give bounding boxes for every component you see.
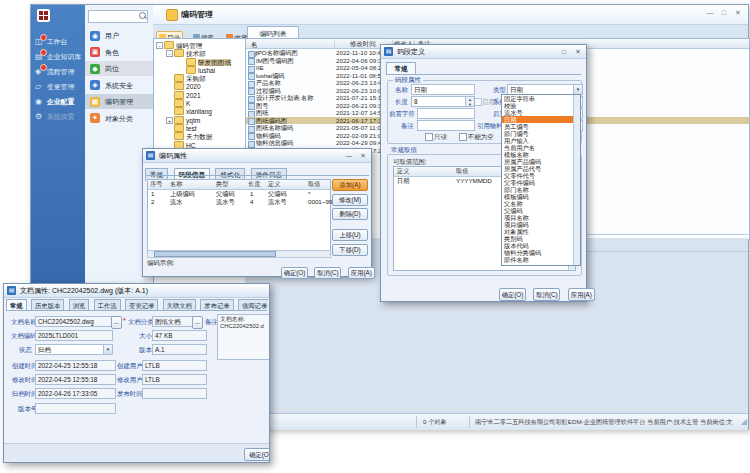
- tree-node[interactable]: lushai: [154, 66, 246, 74]
- doc-version-field[interactable]: A.1: [152, 344, 207, 355]
- dropdown-option[interactable]: 部门编号: [502, 130, 574, 137]
- dropdown-option[interactable]: 所属产品代号: [502, 165, 574, 172]
- segment-action-button[interactable]: 上移(U): [332, 229, 368, 241]
- resize-grip[interactable]: ◢: [741, 417, 747, 427]
- search-icon[interactable]: [139, 12, 146, 19]
- tree-expander-icon[interactable]: [178, 66, 185, 73]
- dropdown-option[interactable]: 流水号: [502, 109, 574, 116]
- dropdown-option[interactable]: 对象属性: [502, 228, 574, 235]
- tree-expander-icon[interactable]: [166, 74, 173, 81]
- notempty-checkbox[interactable]: [459, 133, 467, 141]
- prefix-input[interactable]: [417, 108, 475, 119]
- tree-node[interactable]: yqtm: [154, 116, 246, 124]
- minimize-icon[interactable]: —: [343, 151, 355, 160]
- dropdown-scrollbar[interactable]: [573, 95, 580, 265]
- horizontal-scrollbar[interactable]: [147, 250, 331, 258]
- tree-node[interactable]: 2021: [154, 91, 246, 99]
- dialog-button[interactable]: 取消(C): [533, 288, 560, 301]
- chevron-down-icon[interactable]: ▼: [103, 345, 112, 354]
- tree-expander-icon[interactable]: [156, 42, 163, 49]
- dialog-button[interactable]: 确定(O): [281, 267, 308, 279]
- window-close-button[interactable]: ✕: [732, 8, 744, 18]
- dropdown-option[interactable]: 父零件编码: [502, 179, 574, 186]
- dialog-titlebar[interactable]: ▤ 编码属性 — ✕: [143, 149, 371, 163]
- tree-expander-icon[interactable]: [166, 99, 173, 106]
- tree-node[interactable]: 技术部: [154, 49, 246, 57]
- browse-button[interactable]: ...: [111, 316, 122, 329]
- doc-class-field[interactable]: 图纸文档: [152, 316, 196, 327]
- remark-input[interactable]: [417, 120, 475, 131]
- segment-row[interactable]: 1 上级编码 父编码 1 父编码 *: [148, 190, 330, 198]
- window-maximize-button[interactable]: □: [718, 8, 730, 18]
- sidebar-item[interactable]: ◈ 流程管理: [31, 64, 85, 79]
- sidebar-item[interactable]: ◫ 工作台: [31, 34, 85, 49]
- dropdown-option[interactable]: 所属产品编码: [502, 158, 574, 165]
- dropdown-option[interactable]: 校验: [502, 102, 574, 109]
- segment-action-button[interactable]: 修改(M): [332, 194, 368, 206]
- dropdown-option[interactable]: 当前用户名: [502, 144, 574, 151]
- nav-item[interactable]: ◉ 用户: [85, 28, 153, 43]
- ok-button[interactable]: 确定(O): [244, 448, 270, 461]
- tree-expander-icon[interactable]: [166, 91, 173, 98]
- dropdown-option[interactable]: 日期: [502, 116, 574, 123]
- segment-length-stepper[interactable]: 8 ▲▼: [411, 96, 475, 107]
- dropdown-option[interactable]: 固定字符串: [502, 95, 574, 102]
- nav-item[interactable]: ◆ 岗位: [85, 61, 153, 76]
- tree-expander-icon[interactable]: [166, 124, 173, 131]
- dropdown-option[interactable]: 父编码: [502, 207, 574, 214]
- close-icon[interactable]: ✕: [357, 151, 369, 160]
- dialog-button[interactable]: 应用(A): [348, 267, 375, 279]
- maximize-icon[interactable]: □: [558, 47, 570, 56]
- tree-expander-icon[interactable]: [166, 82, 173, 89]
- tree-node[interactable]: 采购部: [154, 74, 246, 82]
- dropdown-option[interactable]: 项目名称: [502, 214, 574, 221]
- nav-item[interactable]: ◈ 系统安全: [85, 78, 153, 93]
- nav-item[interactable]: ▣ 角色: [85, 45, 153, 60]
- doc-ctime-field[interactable]: 2022-04-25 12:55:18: [35, 360, 116, 371]
- dialog-button[interactable]: 取消(C): [314, 267, 341, 279]
- sidebar-item[interactable]: ▱ 变更管理: [31, 79, 85, 94]
- dropdown-option[interactable]: 项目编码: [502, 221, 574, 228]
- dropdown-option[interactable]: 模板编码: [502, 193, 574, 200]
- sidebar-item[interactable]: ▤ 企业知识库: [31, 49, 85, 64]
- tree-node[interactable]: test: [154, 124, 246, 132]
- dropdown-option[interactable]: 版本代码: [502, 242, 574, 249]
- column-time[interactable]: 修改时间: [350, 40, 376, 49]
- segment-action-button[interactable]: 添加(A): [332, 179, 368, 191]
- tree-expander-icon[interactable]: [166, 117, 173, 124]
- doc-mtime-field[interactable]: 2022-04-25 12:55:18: [35, 374, 116, 385]
- segment-action-button[interactable]: 删除(D): [332, 208, 368, 220]
- dialog-button[interactable]: 应用(A): [568, 288, 595, 301]
- dialog-button[interactable]: 确定(O): [499, 288, 526, 301]
- tree-node[interactable]: 2020: [154, 82, 246, 90]
- dropdown-option[interactable]: 父零件代号: [502, 172, 574, 179]
- tree-expander-icon[interactable]: [178, 58, 185, 65]
- dropdown-option[interactable]: 父名称: [502, 200, 574, 207]
- spinner-icons[interactable]: ▲▼: [465, 97, 474, 106]
- tree-expander-icon[interactable]: [166, 141, 173, 148]
- readonly-checkbox[interactable]: [425, 133, 433, 141]
- doc-cuser-field[interactable]: LTLB: [142, 360, 207, 371]
- segment-name-input[interactable]: 日期: [411, 84, 475, 95]
- segment-action-button[interactable]: 下移(D): [332, 244, 368, 256]
- sidebar-item[interactable]: ⚙ 系统设置: [31, 109, 85, 124]
- tree-expander-icon[interactable]: [166, 50, 173, 57]
- tree-node[interactable]: xianliang: [154, 107, 246, 115]
- tree-node[interactable]: 天力数据: [154, 132, 246, 140]
- dropdown-option[interactable]: 类别码: [502, 235, 574, 242]
- tree-node[interactable]: 编码管理: [154, 41, 246, 49]
- enable-checkbox[interactable]: [474, 98, 482, 106]
- dropdown-option[interactable]: 部门名称: [502, 186, 574, 193]
- doc-status-select[interactable]: 归档 ▼: [35, 344, 113, 355]
- tree-node[interactable]: K: [154, 99, 246, 107]
- dropdown-option[interactable]: 员工编号: [502, 123, 574, 130]
- doc-muser-field[interactable]: LTLB: [142, 374, 207, 385]
- nav-item[interactable]: ✦ 对象分类: [85, 111, 153, 126]
- doc-verno-field[interactable]: [35, 403, 116, 414]
- dropdown-option[interactable]: 部件名称: [502, 256, 574, 263]
- dropdown-option[interactable]: 物料分类编码: [502, 249, 574, 256]
- browse-button[interactable]: ...: [192, 316, 203, 329]
- doc-size-field[interactable]: 47 KB: [152, 330, 207, 341]
- dropdown-option[interactable]: 用户输入: [502, 137, 574, 144]
- tree-expander-icon[interactable]: [166, 107, 173, 114]
